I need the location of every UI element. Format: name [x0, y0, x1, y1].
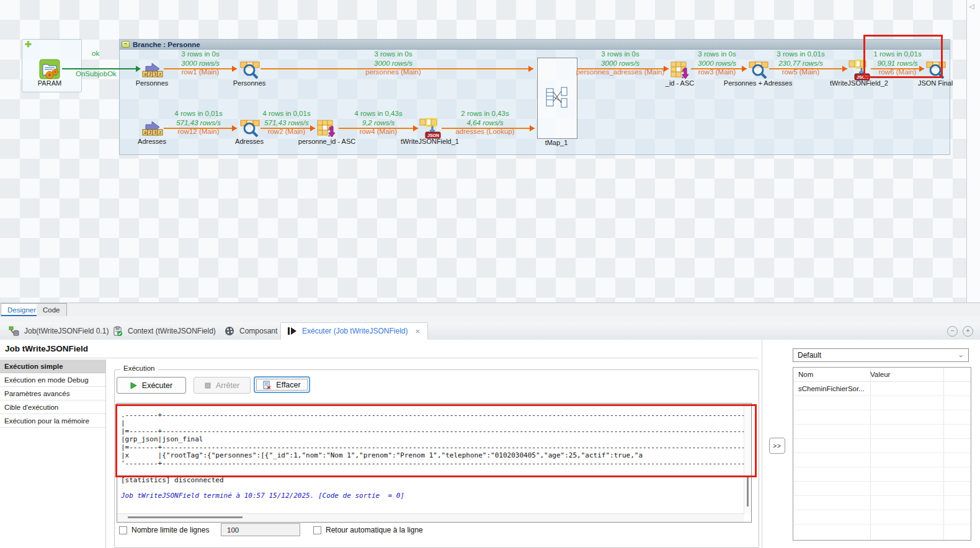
menu-parametres-avances[interactable]: Paramètres avancés [0, 387, 105, 400]
context-variables-table[interactable]: Nom Valeur sCheminFichierSor... [793, 367, 971, 541]
run-button[interactable]: Exécuter [117, 377, 186, 394]
menu-execution-memoire[interactable]: Exécution pour la mémoire [0, 414, 105, 428]
tmap-icon [545, 86, 569, 110]
arrowhead-icon [528, 66, 533, 72]
run-job-title: Job tWriteJSONField [0, 340, 758, 358]
execution-group-label: Exécution [120, 365, 158, 372]
tab-context[interactable]: Context (tWriteJSONField) [107, 322, 222, 340]
table-header-row: Nom Valeur [793, 368, 971, 382]
table-row[interactable] [793, 425, 971, 439]
link-stats: 4 rows in 0,43s9,2 rows/srow4 (Main) [326, 109, 431, 136]
limit-lines-label: Nombre limite de lignes [131, 526, 209, 534]
word-wrap-checkbox[interactable] [313, 526, 321, 534]
link-stats: 3 rows in 0s3000 rows/spersonnes_adresse… [558, 50, 682, 77]
table-row[interactable] [793, 410, 971, 425]
stop-icon [205, 382, 211, 389]
console-table-output: .--------+------------------------------… [121, 411, 746, 467]
component-label[interactable]: Adresses [225, 138, 274, 145]
limit-lines-input[interactable] [221, 523, 300, 536]
context-dropdown[interactable]: Default ⌄ [793, 348, 969, 362]
run-view-icon [287, 327, 297, 335]
expand-panel-button[interactable]: >> [769, 438, 785, 454]
chevron-down-icon: ⌄ [958, 350, 964, 359]
component-label: PARAM [28, 79, 71, 87]
play-icon [130, 382, 137, 389]
clear-button[interactable]: Effacer [254, 376, 310, 393]
trigger-status-label: ok [92, 50, 99, 57]
collapse-panel-arrow-icon[interactable]: ◁ [969, 2, 974, 11]
component-label[interactable]: JSON Final [911, 79, 960, 87]
trigger-label[interactable]: OnSubjobOk [76, 70, 117, 77]
scrollbar-thumb[interactable] [128, 516, 243, 518]
component-label[interactable]: personne_id - ASC [290, 138, 364, 145]
stop-button: Arrêter [194, 377, 251, 394]
context-icon [113, 326, 123, 336]
param-component-icon[interactable] [39, 59, 60, 82]
link-stats: 2 rows in 0,43s4,64 rows/sadresses (Look… [432, 109, 538, 136]
arrowhead-icon [136, 66, 141, 72]
component-label[interactable]: _id - ASC [655, 79, 705, 87]
close-tab-icon[interactable]: × [416, 327, 421, 336]
job-icon [9, 326, 19, 336]
view-tab-bar: Job(tWriteJSONField 0.1) Context (tWrite… [0, 322, 980, 340]
component-label[interactable]: tWriteJSONField_2 [822, 79, 896, 87]
menu-execution-debug[interactable]: Exécution en mode Debug [0, 373, 105, 387]
limit-lines-checkbox[interactable] [119, 526, 127, 534]
job-design-canvas[interactable]: ✚ PARAM ok OnSubjobOk − Branche : Person… [0, 0, 966, 303]
minimize-view-icon[interactable]: − [947, 326, 958, 337]
component-label[interactable]: Adresses [127, 138, 177, 145]
component-label[interactable]: tWriteJSONField_1 [393, 138, 467, 145]
subjob-plus-icon[interactable]: ✚ [25, 40, 32, 49]
run-menu: Exécution simple Exécution en mode Debug… [0, 360, 106, 548]
strip-spacer [0, 316, 980, 322]
table-row[interactable] [793, 396, 971, 410]
link-stats: 3 rows in 0s3000 rows/spersonnes (Main) [341, 50, 446, 77]
table-row[interactable] [793, 482, 971, 496]
execution-console[interactable]: .--------+------------------------------… [117, 403, 752, 523]
editor-tab-strip: Designer Code [0, 303, 980, 317]
link-stats: 4 rows in 0,01s571,43 rows/srow2 (Main) [234, 109, 339, 136]
console-horizontal-scrollbar[interactable] [117, 513, 744, 522]
talend-studio-window: ✚ PARAM ok OnSubjobOk − Branche : Person… [0, 0, 980, 548]
canvas-vertical-scrollbar[interactable]: ◁ [966, 0, 980, 303]
table-row[interactable] [793, 510, 971, 524]
link-stats: 3 rows in 0,01s230,77 rows/srow5 (Main) [748, 50, 853, 77]
tab-composant[interactable]: Composant [218, 322, 283, 340]
panel-divider [762, 340, 762, 548]
table-row[interactable] [793, 453, 971, 467]
tab-code[interactable]: Code [37, 303, 67, 316]
link-stats: 1 rows in 0,01s90,91 rows/srow6 (Main) [845, 50, 950, 77]
onsubjobok-link[interactable] [62, 68, 138, 69]
col-nom: Nom [798, 371, 870, 378]
clear-icon [263, 381, 271, 389]
run-view: Job tWriteJSONField Exécution simple Exé… [0, 340, 980, 548]
console-end-line: Job tWriteJSONField terminé à 10:57 15/1… [121, 492, 404, 500]
maximize-view-icon[interactable]: + [963, 326, 973, 337]
table-row[interactable] [793, 496, 971, 510]
col-valeur: Valeur [870, 371, 890, 378]
subjob-title: Branche : Personne [133, 41, 200, 48]
composant-icon [225, 326, 234, 336]
menu-execution-simple[interactable]: Exécution simple [0, 360, 105, 373]
component-label[interactable]: Personnes [225, 79, 274, 87]
scrollbar-thumb[interactable] [747, 477, 749, 506]
table-row[interactable] [793, 439, 971, 453]
console-vertical-scrollbar[interactable] [744, 404, 751, 515]
link-stats: 3 rows in 0s3000 rows/srow1 (Main) [148, 50, 253, 77]
component-label[interactable]: Personnes + Adresses [715, 79, 801, 87]
console-statistics-line: [statistics] disconnected [121, 476, 224, 484]
menu-cible-execution[interactable]: Cible d'exécution [0, 400, 105, 414]
subjob-title-bar[interactable]: − Branche : Personne [120, 40, 950, 50]
table-row[interactable] [793, 524, 971, 539]
table-row[interactable] [793, 467, 971, 482]
component-label[interactable]: tMap_1 [538, 139, 575, 146]
subjob-collapse-icon[interactable]: − [122, 41, 130, 48]
component-label[interactable]: Personnes [127, 79, 177, 87]
tab-executer-active[interactable]: Exécuter (Job tWriteJSONField) × [280, 322, 428, 340]
svg-text:a: a [144, 72, 146, 77]
console-options: Nombre limite de lignes Retour automatiq… [119, 526, 209, 539]
table-row[interactable]: sCheminFichierSor... [793, 382, 971, 396]
word-wrap-label: Retour automatique à la ligne [326, 526, 423, 534]
tab-job[interactable]: Job(tWriteJSONField 0.1) [2, 322, 115, 340]
